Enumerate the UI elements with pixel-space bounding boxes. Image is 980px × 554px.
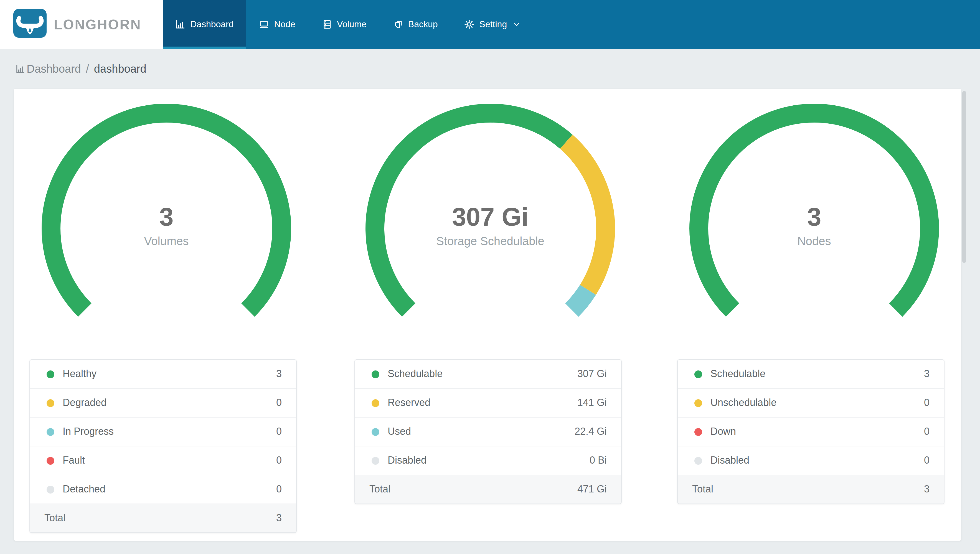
legend-row-degraded: Degraded 0 [30, 389, 296, 417]
nav-item-volume[interactable]: Volume [309, 0, 380, 49]
legend-label: In Progress [63, 426, 114, 438]
brand[interactable]: LONGHORN [0, 0, 163, 49]
gauge-storage-schedulable: 307 Gi Storage Schedulable [360, 98, 620, 359]
legend-label: Schedulable [388, 368, 442, 380]
legend-row-disabled: Disabled 0 [678, 446, 944, 475]
copy-icon [393, 19, 403, 29]
breadcrumb-separator: / [86, 62, 89, 75]
gauge-center-value: 3 [36, 202, 297, 231]
legend-row-schedulable: Schedulable 3 [678, 360, 944, 389]
total-label: Total [45, 513, 65, 524]
legend-label: Disabled [710, 455, 749, 466]
total-label: Total [692, 484, 713, 495]
nav-item-node[interactable]: Node [246, 0, 309, 49]
legend-value: 0 [924, 426, 929, 438]
gear-icon [465, 19, 474, 29]
legend-value: 0 [276, 455, 282, 466]
bar-chart-icon [16, 64, 25, 73]
breadcrumb-root[interactable]: Dashboard [27, 62, 81, 75]
longhorn-logo-icon [13, 9, 46, 40]
nav-item-setting[interactable]: Setting [451, 0, 534, 49]
legend-row-reserved: Reserved 141 Gi [355, 389, 621, 417]
legend-total-row: Total 3 [30, 504, 296, 532]
status-dot [372, 370, 379, 378]
caret-down-icon [513, 22, 520, 27]
legend-value: 3 [924, 368, 929, 380]
legend-row-unschedulable: Unschedulable 0 [678, 389, 944, 417]
legend-value: 0 [276, 397, 282, 409]
status-dot [46, 370, 54, 378]
legend-value: 0 [924, 397, 929, 409]
status-dot [46, 399, 54, 407]
legend-label: Down [710, 426, 736, 438]
legend-row-detached: Detached 0 [30, 475, 296, 504]
legend-label: Degraded [63, 397, 107, 409]
nav-menu: Dashboard Node Volume Backup Setting [163, 0, 533, 49]
legend-label: Reserved [388, 397, 430, 409]
bar-chart-icon [175, 19, 185, 29]
legend-row-fault: Fault 0 [30, 446, 296, 475]
nav-item-label: Dashboard [190, 19, 234, 29]
gauge-volumes: 3 Volumes [36, 98, 297, 359]
legend-row-disabled: Disabled 0 Bi [355, 446, 621, 475]
total-value: 471 Gi [578, 484, 607, 495]
gauge-center-label: Nodes [684, 235, 945, 248]
status-dot [46, 457, 54, 465]
breadcrumb-current: dashboard [94, 62, 146, 75]
legend-row-schedulable: Schedulable 307 Gi [355, 360, 621, 389]
legend-row-down: Down 0 [678, 417, 944, 446]
legend-value: 307 Gi [578, 368, 607, 380]
brand-name: LONGHORN [54, 16, 142, 32]
legend-table-volumes: Healthy 3 Degraded 0 In Progress 0 Fault… [29, 359, 297, 533]
legend-table-nodes: Schedulable 3 Unschedulable 0 Down 0 Dis… [677, 359, 945, 504]
status-dot [46, 428, 54, 436]
breadcrumb: Dashboard / dashboard [16, 49, 146, 89]
status-dot [694, 428, 702, 436]
legend-value: 0 [276, 484, 282, 495]
legend-value: 141 Gi [578, 397, 607, 409]
legend-value: 0 [276, 426, 282, 438]
nav-item-backup[interactable]: Backup [380, 0, 451, 49]
nav-item-label: Volume [337, 19, 367, 29]
legend-label: Detached [63, 484, 105, 495]
longhorn-dashboard-app: LONGHORN Dashboard Node Volume Backup Se… [0, 0, 980, 554]
gauge-center-label: Storage Schedulable [360, 235, 620, 248]
legend-label: Disabled [388, 455, 426, 466]
gauge-center-value: 307 Gi [360, 202, 620, 231]
total-value: 3 [924, 484, 929, 495]
legend-row-healthy: Healthy 3 [30, 360, 296, 389]
scrollbar-thumb[interactable] [962, 91, 966, 263]
total-value: 3 [276, 513, 282, 524]
laptop-icon [259, 19, 269, 29]
legend-value: 3 [276, 368, 282, 380]
legend-label: Used [388, 426, 411, 438]
status-dot [372, 399, 379, 407]
legend-value: 0 Bi [590, 455, 607, 466]
legend-total-row: Total 3 [678, 475, 944, 503]
legend-value: 22.4 Gi [574, 426, 607, 438]
nav-item-label: Setting [479, 19, 507, 29]
gauge-segment-used [572, 290, 588, 310]
legend-table-storage: Schedulable 307 Gi Reserved 141 Gi Used … [355, 359, 622, 504]
legend-label: Fault [63, 455, 85, 466]
legend-label: Schedulable [710, 368, 765, 380]
status-dot [694, 370, 702, 378]
nav-item-dashboard[interactable]: Dashboard [163, 0, 246, 49]
database-icon [322, 19, 332, 29]
status-dot [694, 457, 702, 465]
legend-row-in-progress: In Progress 0 [30, 417, 296, 446]
status-dot [694, 399, 702, 407]
legend-total-row: Total 471 Gi [355, 475, 621, 503]
legend-label: Unschedulable [710, 397, 776, 409]
nav-item-label: Node [274, 19, 296, 29]
status-dot [372, 428, 379, 436]
status-dot [46, 486, 54, 493]
legend-label: Healthy [63, 368, 97, 380]
total-label: Total [369, 484, 390, 495]
navbar: LONGHORN Dashboard Node Volume Backup Se… [0, 0, 980, 49]
nav-item-label: Backup [408, 19, 438, 29]
legend-row-used: Used 22.4 Gi [355, 417, 621, 446]
gauge-nodes: 3 Nodes [684, 98, 945, 359]
dashboard-card: 3 Volumes 307 Gi Storage Schedulable 3 N… [14, 89, 961, 541]
legend-value: 0 [924, 455, 929, 466]
